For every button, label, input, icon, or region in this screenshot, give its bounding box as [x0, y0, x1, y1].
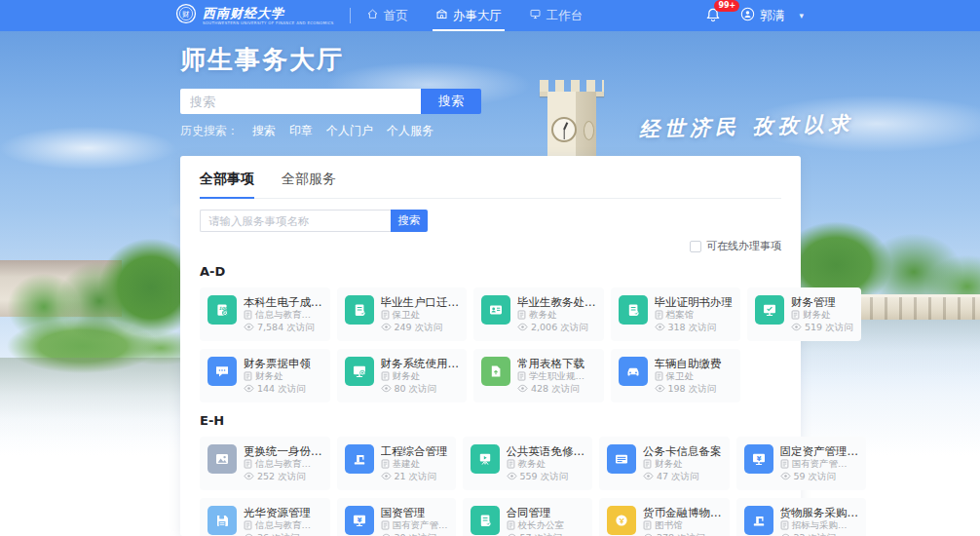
service-title: 本科生电子成… [244, 295, 322, 308]
hero-search-input[interactable] [180, 89, 421, 114]
service-card[interactable]: 合同管理校长办公室57 次访问 [463, 498, 593, 536]
service-card[interactable]: ¥国资管理国有资产管…30 次访问 [337, 498, 456, 536]
service-views: 252 次访问 [244, 470, 322, 482]
service-card[interactable]: 财务票据申领财务处144 次访问 [200, 349, 330, 402]
service-card[interactable]: 货币金融博物…图书馆278 次访问 [599, 498, 730, 536]
service-views: 30 次访问 [381, 531, 448, 536]
easel-icon [471, 444, 500, 474]
service-card[interactable]: 货物服务采购…招标与采购…22 次访问 [736, 498, 867, 536]
nav-item-办事大厅[interactable]: 办事大厅 [435, 0, 502, 31]
service-views: 249 次访问 [381, 321, 460, 333]
service-title: 毕业生教务处… [517, 295, 596, 308]
chevron-down-icon[interactable]: ▾ [799, 11, 804, 20]
service-card[interactable]: 公务卡信息备案财务处47 次访问 [599, 437, 730, 490]
service-views: 318 次访问 [655, 321, 734, 333]
hero-search-button[interactable]: 搜索 [421, 89, 481, 114]
crane-icon [345, 444, 374, 474]
service-card[interactable]: 更换统一身份…信息与教育…252 次访问 [200, 437, 330, 490]
crane-icon [744, 506, 773, 535]
service-views: 21 次访问 [381, 470, 448, 482]
service-card[interactable]: 车辆自助缴费保卫处198 次访问 [611, 349, 741, 402]
monitor-yen-icon: ¥ [345, 506, 374, 535]
history-search-item[interactable]: 搜索 [252, 123, 276, 139]
service-department: 招标与采购… [780, 518, 859, 531]
service-title: 合同管理 [507, 506, 565, 518]
service-views: 198 次访问 [655, 382, 722, 395]
service-title: 公务卡信息备案 [643, 444, 722, 457]
service-views: 559 次访问 [507, 470, 585, 482]
tab-全部事项[interactable]: 全部事项 [200, 171, 254, 198]
service-department: 保卫处 [655, 369, 722, 382]
monitor-icon [345, 357, 374, 386]
svg-text:¥: ¥ [357, 517, 361, 524]
service-title: 财务票据申领 [244, 357, 311, 369]
service-title: 财务系统使用… [381, 357, 460, 369]
grade-doc-icon: 100 [207, 295, 237, 325]
service-card[interactable]: 财务系统使用…财务处80 次访问 [337, 349, 468, 402]
service-card[interactable]: ¥固定资产管理…国有资产管…59 次访问 [736, 437, 867, 490]
online-filter-checkbox[interactable] [690, 241, 701, 252]
university-emblem-icon: 财 [175, 3, 197, 28]
service-card[interactable]: 公共英语免修…教务处559 次访问 [463, 437, 593, 490]
service-views: 59 次访问 [780, 470, 859, 482]
service-department: 教务处 [507, 457, 585, 470]
service-card[interactable]: 工程综合管理基建处21 次访问 [337, 437, 456, 490]
service-title: 更换统一身份… [244, 444, 322, 457]
monitor-check-icon [755, 295, 784, 325]
main-nav: 首页办事大厅工作台 [366, 0, 584, 31]
nav-item-首页[interactable]: 首页 [366, 0, 408, 31]
service-views: 278 次访问 [643, 531, 722, 536]
service-views: 36 次访问 [244, 531, 311, 536]
history-search-item[interactable]: 个人门户 [326, 123, 373, 139]
service-views: 144 次访问 [244, 382, 311, 395]
service-views: 428 次访问 [517, 382, 584, 395]
university-logo[interactable]: 财 西南财经大学 SOUTHWESTERN UNIVERSITY OF FINA… [175, 3, 334, 28]
notification-bell-button[interactable]: 99+ [705, 7, 721, 24]
history-search-item[interactable]: 个人服务 [387, 123, 433, 139]
doc-icon [345, 295, 374, 325]
service-title: 货币金融博物… [643, 506, 722, 518]
service-card[interactable]: 常用表格下载学生职业规…428 次访问 [473, 349, 604, 402]
service-card[interactable]: 100本科生电子成…信息与教育…7,584 次访问 [200, 287, 330, 341]
service-card[interactable]: 光华资源管理信息与教育…36 次访问 [200, 498, 330, 536]
service-department: 财务处 [381, 369, 460, 382]
online-filter-row: 可在线办理事项 [200, 239, 781, 253]
service-views: 57 次访问 [507, 531, 565, 536]
history-search-item[interactable]: 印章 [289, 123, 313, 139]
service-card[interactable]: 毕业生教务处…教务处2,006 次访问 [473, 287, 604, 341]
service-department: 学生职业规… [517, 369, 584, 382]
user-menu[interactable]: 郭满 ▾ [740, 7, 804, 24]
clock-face-icon [551, 117, 577, 142]
coin-icon [607, 506, 636, 535]
service-department: 校长办公室 [507, 518, 565, 531]
tab-全部服务[interactable]: 全部服务 [282, 171, 336, 198]
nav-item-工作台[interactable]: 工作台 [529, 0, 584, 31]
service-title: 车辆自助缴费 [655, 357, 722, 369]
service-title: 常用表格下载 [517, 357, 584, 369]
university-name: 西南财经大学 SOUTHWESTERN UNIVERSITY OF FINANC… [203, 7, 334, 25]
service-card[interactable]: 财务管理财务处519 次访问 [747, 287, 861, 341]
lake-reflection-left [0, 358, 190, 440]
search-history-label: 历史搜索： [180, 123, 239, 139]
service-views: 2,006 次访问 [517, 321, 596, 333]
service-card[interactable]: 毕业生户口迁…保卫处249 次访问 [337, 287, 468, 341]
service-search-input[interactable] [200, 210, 391, 232]
service-department: 档案馆 [655, 308, 734, 321]
header-divider [350, 8, 351, 23]
service-title: 公共英语免修… [507, 444, 585, 457]
section-title: E-H [200, 413, 781, 428]
service-department: 基建处 [381, 457, 448, 470]
tab-bar: 全部事项全部服务 [200, 156, 781, 199]
service-department: 财务处 [643, 457, 722, 470]
hero-search-bar: 搜索 [180, 89, 481, 114]
monitor-yen-icon: ¥ [744, 444, 773, 474]
bankcard-icon [607, 444, 636, 474]
service-card[interactable]: 毕业证明书办理档案馆318 次访问 [611, 287, 741, 341]
service-grid: 100本科生电子成…信息与教育…7,584 次访问毕业生户口迁…保卫处249 次… [200, 287, 781, 402]
user-avatar-icon [740, 7, 755, 24]
service-department: 图书馆 [643, 518, 722, 531]
service-search-button[interactable]: 搜索 [391, 210, 428, 232]
file-upload-icon [481, 357, 510, 386]
home-icon [366, 8, 379, 23]
service-views: 7,584 次访问 [244, 321, 322, 333]
